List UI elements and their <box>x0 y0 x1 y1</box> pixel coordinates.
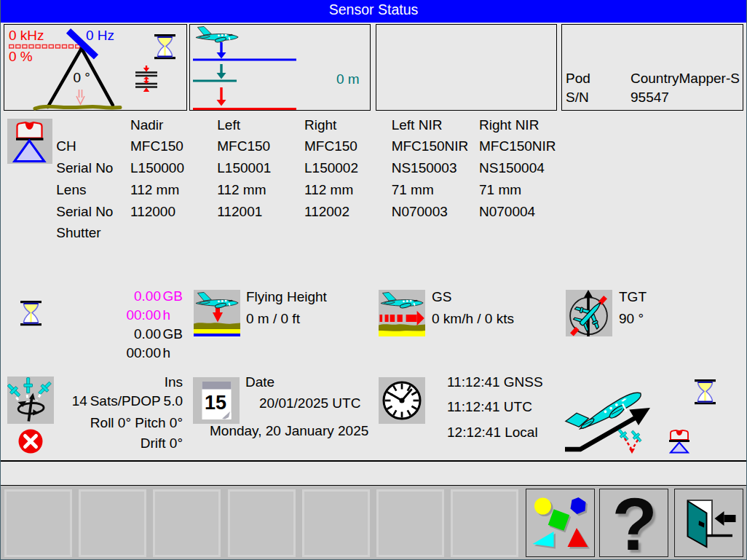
svg-text:15: 15 <box>205 392 226 414</box>
